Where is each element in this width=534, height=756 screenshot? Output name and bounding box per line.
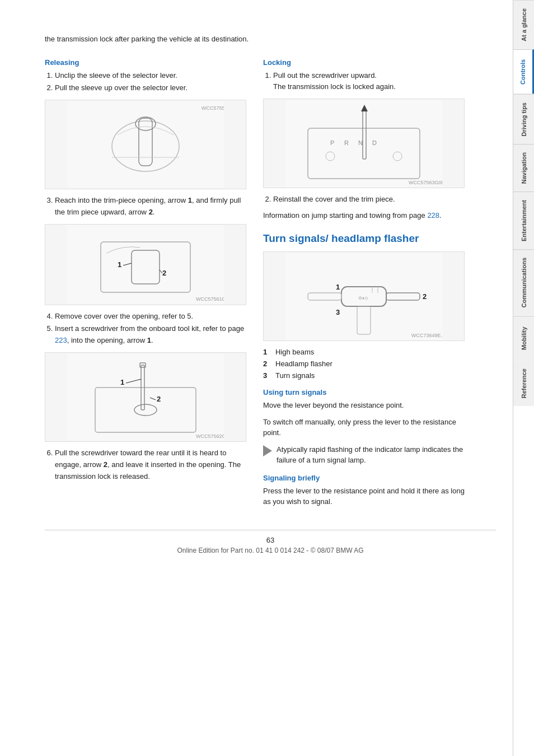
svg-text:1: 1 [118, 260, 121, 269]
right-column: Locking Pull out the screwdriver upward.… [263, 50, 465, 513]
page-number: 63 [45, 536, 496, 544]
sidebar-item-at-a-glance[interactable]: At a glance [513, 0, 534, 49]
svg-text:2: 2 [157, 395, 161, 403]
svg-text:P: P [330, 139, 334, 146]
step-2: Pull the sleeve up over the selector lev… [55, 82, 246, 94]
svg-text:⚙♦⊙: ⚙♦⊙ [358, 296, 368, 301]
sidebar-item-driving-tips[interactable]: Driving tips [513, 94, 534, 144]
turn-signals-item-1: 1 High beams [263, 347, 465, 358]
intro-text: the transmission lock after parking the … [45, 34, 496, 45]
turn-signals-item-3: 3 Turn signals [263, 370, 465, 382]
svg-rect-6 [67, 225, 224, 304]
svg-text:N: N [358, 139, 363, 146]
releasing-label: Releasing [45, 58, 246, 67]
image-screwdriver: 1 2 WCC57562G0N [45, 352, 246, 442]
page-223-link[interactable]: 223 [55, 336, 67, 344]
turn-signal-note: Atypically rapid flashing of the indicat… [263, 444, 465, 466]
note-triangle-icon [263, 445, 272, 456]
turn-signals-heading: Turn signals/ headlamp flasher [263, 232, 465, 246]
releasing-steps-2: Reach into the trim-piece opening, arrow… [45, 195, 246, 218]
signaling-briefly-text: Press the lever to the resistance point … [263, 486, 465, 507]
svg-text:1: 1 [120, 378, 124, 386]
locking-steps: Pull out the screwdriver upward. The tra… [263, 70, 465, 94]
releasing-steps-4: Pull the screwdriver toward the rear unt… [45, 447, 246, 482]
locking-steps-2: Reinstall the cover and the trim piece. [263, 194, 465, 206]
sidebar: At a glance Controls Driving tips Naviga… [513, 0, 534, 756]
signaling-briefly-label: Signaling briefly [263, 474, 465, 482]
locking-label: Locking [263, 58, 465, 67]
releasing-steps: Unclip the sleeve of the selector lever.… [45, 70, 246, 95]
sidebar-item-controls[interactable]: Controls [513, 49, 534, 94]
using-turn-text2: To switch off manually, only press the l… [263, 417, 465, 438]
image-selector-lever: WCC57558G0N [45, 100, 246, 189]
svg-text:3: 3 [336, 308, 340, 316]
two-column-layout: Releasing Unclip the sleeve of the selec… [45, 50, 496, 513]
page-footer: 63 Online Edition for Part no. 01 41 0 0… [45, 530, 496, 554]
sidebar-item-mobility[interactable]: Mobility [513, 316, 534, 361]
svg-text:WCC73649E.MBE: WCC73649E.MBE [411, 333, 442, 338]
svg-text:WCC57558G0N: WCC57558G0N [202, 105, 224, 111]
sidebar-item-navigation[interactable]: Navigation [513, 144, 534, 192]
jump-start-info: Information on jump starting and towing … [263, 210, 465, 221]
svg-text:WCC57562G0N: WCC57562G0N [196, 433, 224, 439]
footer-text: Online Edition for Part no. 01 41 0 014 … [45, 547, 496, 554]
step-1: Unclip the sleeve of the selector lever. [55, 70, 246, 82]
releasing-steps-3: Remove cover over the opening, refer to … [45, 311, 246, 347]
using-turn-signals-label: Using turn signals [263, 388, 465, 396]
locking-step-1: Pull out the screwdriver upward. The tra… [273, 70, 465, 94]
left-column: Releasing Unclip the sleeve of the selec… [45, 50, 246, 513]
page-wrapper: the transmission lock after parking the … [0, 0, 534, 756]
svg-rect-0 [67, 101, 224, 188]
sidebar-item-entertainment[interactable]: Entertainment [513, 192, 534, 249]
svg-text:WCC57563G0N: WCC57563G0N [409, 180, 442, 185]
svg-text:1: 1 [336, 283, 340, 291]
step-4: Remove cover over the opening, refer to … [55, 311, 246, 323]
svg-text:2: 2 [162, 269, 166, 277]
svg-text:D: D [372, 139, 377, 146]
note-text: Atypically rapid flashing of the indicat… [277, 444, 465, 466]
svg-text:R: R [344, 139, 349, 146]
using-turn-text1: Move the lever beyond the resistance poi… [263, 400, 465, 411]
sidebar-item-communications[interactable]: Communications [513, 249, 534, 315]
turn-signals-items: 1 High beams 2 Headlamp flasher 3 Turn s… [263, 347, 465, 381]
step-6: Pull the screwdriver toward the rear unt… [55, 447, 246, 482]
page-228-link[interactable]: 228 [427, 211, 439, 220]
main-content: the transmission lock after parking the … [0, 0, 513, 756]
locking-step-2: Reinstall the cover and the trim piece. [273, 194, 465, 206]
svg-text:WCC57561G0N: WCC57561G0N [196, 296, 224, 302]
image-locking: P R N D WCC57563G0N [263, 99, 465, 188]
svg-text:2: 2 [423, 292, 427, 301]
sidebar-item-reference[interactable]: Reference [513, 361, 534, 406]
turn-signals-item-2: 2 Headlamp flasher [263, 358, 465, 370]
step-3: Reach into the trim-piece opening, arrow… [55, 195, 246, 218]
image-trim-piece: 1 2 WCC57561G0N [45, 224, 246, 305]
image-turn-signals: 3 2 1 ⚙♦⊙ WCC73649E.MB [263, 251, 465, 341]
svg-rect-24 [285, 100, 442, 187]
step-5: Insert a screwdriver from the onboard to… [55, 323, 246, 347]
